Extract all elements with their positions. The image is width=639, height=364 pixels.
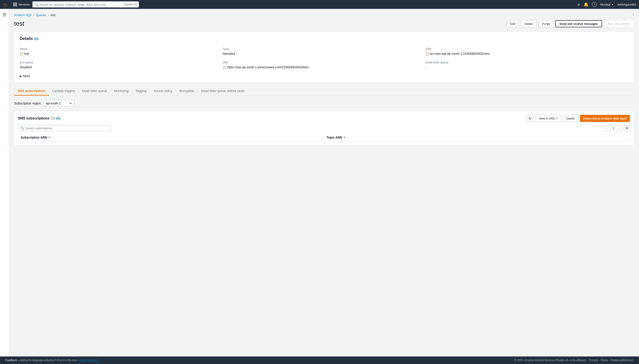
external-link-icon: ↗ [556, 117, 558, 120]
search-bar[interactable]: 🔍 [Option+S] [32, 1, 139, 8]
services-label: Services [19, 3, 30, 6]
tab-monitoring[interactable]: Monitoring [111, 87, 132, 96]
detail-encryption: Encryption Disabled [20, 61, 222, 69]
col-subscription-arn: Subscription ARN ▼ [18, 136, 324, 139]
region-select-wrapper: ap-south-1 us-east-1 us-west-2 eu-west-1… [44, 100, 75, 107]
copy-icon-arn[interactable]: 📋 [425, 52, 429, 56]
dlq-label: Dead-letter queue [425, 61, 628, 64]
page-info-icon[interactable]: i [630, 11, 636, 17]
arn-value: 📋 arn:aws:sqs:ap-south-1:153084803934:te… [425, 52, 628, 56]
aws-logo[interactable] [3, 2, 11, 7]
sort-topic-arn[interactable]: ▼ [343, 136, 346, 139]
tab-lambda-triggers[interactable]: Lambda triggers [49, 87, 78, 96]
sns-subscriptions-table-card: SNS subscriptions (0) Info ↻ View in SNS… [14, 111, 634, 145]
feedback-link[interactable]: Feedback [5, 359, 17, 362]
type-label: Type [222, 47, 425, 50]
search-box[interactable]: 🔍 [18, 125, 111, 131]
breadcrumb-sep-2: › [48, 14, 49, 17]
help-icon[interactable]: ? [592, 2, 597, 7]
more-label: More [23, 74, 30, 78]
page-title: test [14, 20, 24, 27]
user-menu[interactable]: ashishgaurd91 [617, 3, 636, 6]
breadcrumb-sep-1: › [34, 14, 34, 17]
send-receive-button[interactable]: Send and receive messages [555, 20, 602, 27]
table-count: (0) [51, 116, 55, 120]
details-card: Details Info Name 📋 test Type Standard [14, 32, 634, 82]
tab-access-policy[interactable]: Access policy [150, 87, 176, 96]
top-navigation: Services 🔍 [Option+S] » 🔔 ? Mumbai ▼ ash… [0, 0, 639, 9]
region-selector[interactable]: Mumbai ▼ [600, 3, 614, 6]
next-page-button[interactable]: › [616, 125, 622, 131]
copy-icon-name[interactable]: 📋 [20, 52, 23, 56]
table-settings-button[interactable]: ⚙ [624, 125, 630, 131]
edit-button[interactable]: Edit [507, 20, 519, 27]
tab-dlq-redrive-tasks[interactable]: Dead-letter queue redrive tasks [198, 87, 248, 96]
name-value: 📋 test [20, 52, 222, 56]
hamburger-menu[interactable]: ☰ [1, 11, 8, 19]
delete-subscription-button[interactable]: Delete [563, 115, 578, 122]
more-chevron: ▶ [20, 74, 22, 78]
arn-label: ARN [425, 47, 628, 50]
side-navigation: ☰ [0, 9, 9, 364]
start-dlq-button[interactable]: Start DLQ redrive [604, 20, 634, 27]
delete-button[interactable]: Delete [521, 20, 537, 27]
tab-tagging[interactable]: Tagging [132, 87, 150, 96]
copyright-text: © 2022, Amazon Internet Services Private… [514, 359, 587, 362]
tab-encryption[interactable]: Encryption [176, 87, 198, 96]
footer-lang-text: Looking for language selection? Find it … [19, 359, 77, 362]
subscribe-button[interactable]: Subscribe to Amazon SNS topic [580, 115, 630, 122]
external-link-icon-footer: ↗ [98, 359, 100, 362]
breadcrumb-queues[interactable]: Queues [36, 13, 46, 17]
main-content: Amazon SQS › Queues › test test Edit Del… [9, 9, 639, 364]
name-label: Name [20, 47, 222, 50]
purge-button[interactable]: Purge [538, 20, 554, 27]
region-select[interactable]: ap-south-1 us-east-1 us-west-2 eu-west-1 [44, 100, 75, 107]
unified-settings-link[interactable]: Unified Settings ↗ [78, 359, 99, 362]
cookie-link[interactable]: Cookie preferences [610, 359, 634, 362]
copy-icon-url[interactable]: 📋 [222, 66, 226, 69]
table-info-badge[interactable]: Info [57, 116, 60, 120]
terms-link[interactable]: Terms [601, 359, 608, 362]
search-shortcut: [Option+S] [124, 3, 137, 6]
unified-settings-label: Unified Settings [78, 359, 97, 362]
type-value: Standard [222, 52, 425, 56]
search-icon: 🔍 [21, 126, 24, 130]
page-header: test Edit Delete Purge Send and receive … [14, 20, 634, 27]
search-icon: 🔍 [34, 3, 38, 6]
encryption-value: Disabled [20, 66, 222, 69]
breadcrumb-sqs[interactable]: Amazon SQS [14, 13, 32, 17]
details-grid: Name 📋 test Type Standard ARN 📋 [20, 46, 628, 71]
search-input[interactable] [40, 3, 123, 6]
detail-dlq: Dead-letter queue - [425, 61, 628, 69]
prev-page-button[interactable]: ‹ [604, 125, 610, 131]
breadcrumb: Amazon SQS › Queues › test [14, 13, 634, 17]
more-row[interactable]: ▶ More [20, 74, 628, 78]
page-number: 1 [612, 126, 614, 130]
col-topic-arn-label: Topic ARN [327, 136, 342, 139]
bell-icon[interactable]: 🔔 [583, 2, 588, 7]
view-in-sns-label: View in SNS [539, 117, 555, 120]
sort-subscription-arn[interactable]: ▼ [48, 136, 51, 139]
refresh-button[interactable]: ↻ [527, 115, 534, 122]
table-columns: Subscription ARN ▼ Topic ARN ▼ [18, 134, 630, 142]
region-label: Mumbai [600, 3, 610, 6]
view-in-sns-button[interactable]: View in SNS ↗ [536, 115, 561, 122]
details-info-badge[interactable]: Info [35, 37, 38, 40]
tab-sns-subscriptions[interactable]: SNS subscriptions [14, 87, 49, 96]
details-title-text: Details [20, 36, 33, 41]
terminal-icon[interactable]: » [577, 2, 580, 7]
table-actions: ↻ View in SNS ↗ Delete Subscribe to Amaz… [527, 115, 630, 122]
tab-dead-letter-queue[interactable]: Dead-letter queue [79, 87, 111, 96]
privacy-link[interactable]: Privacy [589, 359, 598, 362]
page-actions: Edit Delete Purge Send and receive messa… [507, 20, 634, 27]
detail-arn: ARN 📋 arn:aws:sqs:ap-south-1:15308480393… [425, 47, 628, 56]
search-subscriptions-input[interactable] [26, 126, 109, 130]
table-header-row: SNS subscriptions (0) Info ↻ View in SNS… [18, 115, 630, 122]
name-value-text: test [24, 52, 29, 56]
url-label: URL [222, 61, 425, 64]
services-menu[interactable]: Services [13, 3, 30, 6]
table-title-text: SNS subscriptions [18, 116, 50, 120]
table-title: SNS subscriptions (0) Info [18, 116, 60, 120]
footer: Feedback Looking for language selection?… [0, 356, 639, 364]
pagination: ‹ 1 › ⚙ [604, 125, 630, 131]
